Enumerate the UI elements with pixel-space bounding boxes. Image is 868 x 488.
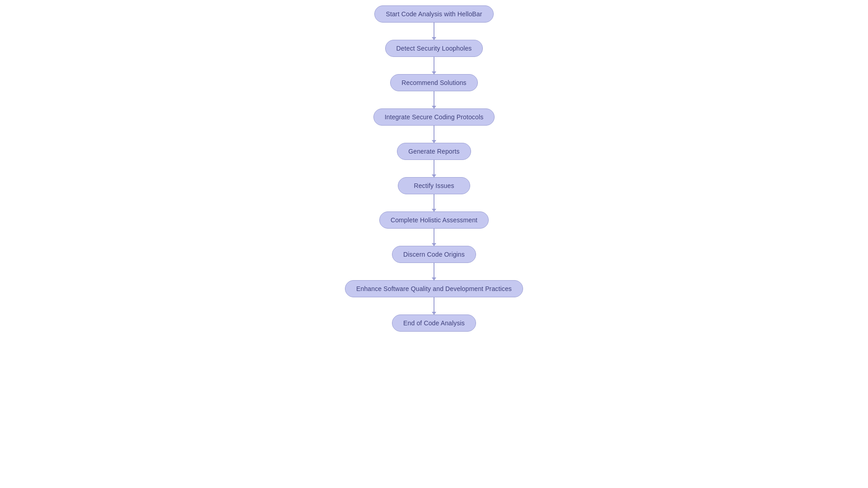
connector-recommend xyxy=(434,91,434,108)
connector-integrate xyxy=(434,126,434,143)
flow-node-end: End of Code Analysis xyxy=(392,314,476,332)
flow-node-detect: Detect Security Loopholes xyxy=(385,40,483,57)
connector-rectify xyxy=(434,194,434,211)
flow-node-discern: Discern Code Origins xyxy=(392,246,476,263)
connector-enhance xyxy=(434,297,434,314)
flow-node-enhance: Enhance Software Quality and Development… xyxy=(345,280,523,297)
flow-node-rectify: Rectify Issues xyxy=(398,177,470,194)
connector-generate xyxy=(434,160,434,177)
flow-node-integrate: Integrate Secure Coding Protocols xyxy=(373,108,495,126)
flow-node-start: Start Code Analysis with HelloBar xyxy=(374,5,493,23)
flow-node-recommend: Recommend Solutions xyxy=(390,74,478,91)
connector-start xyxy=(434,23,434,40)
connector-detect xyxy=(434,57,434,74)
flow-node-generate: Generate Reports xyxy=(397,143,471,160)
connector-complete xyxy=(434,229,434,246)
connector-discern xyxy=(434,263,434,280)
flow-node-complete: Complete Holistic Assessment xyxy=(379,211,489,229)
flowchart: Start Code Analysis with HelloBarDetect … xyxy=(345,0,523,332)
